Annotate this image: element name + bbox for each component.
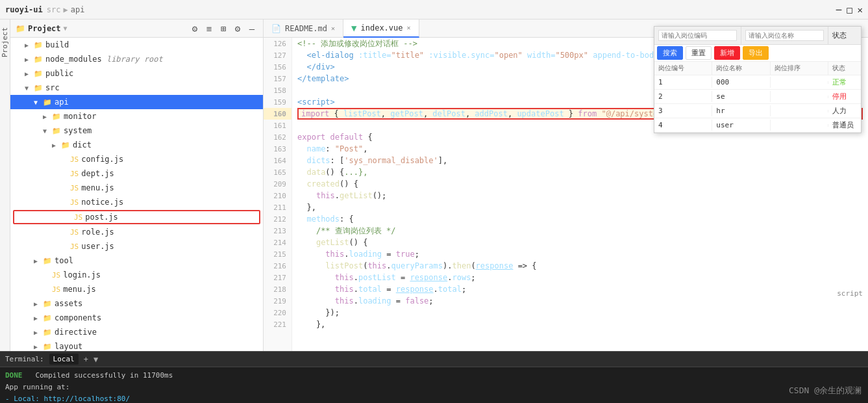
tree-item-menu-js[interactable]: JS menu.js (10, 181, 263, 195)
window-maximize[interactable]: □ (847, 5, 852, 15)
tree-item-api[interactable]: ▼ 📁 api (10, 95, 263, 109)
dropdown-arrow: ▼ (64, 25, 68, 32)
side-tab-panel: Project (0, 20, 10, 351)
code-line-221: }, (297, 318, 863, 330)
tree-item-components[interactable]: ▶ 📁 components (10, 311, 263, 325)
tab-index-vue[interactable]: ▼ index.vue ✕ (343, 20, 419, 38)
label-role-js: role.js (81, 228, 263, 237)
terminal-tab-local[interactable]: Local (49, 354, 79, 365)
top-bar: ruoyi-ui src ▶ api ─ □ ✕ (0, 0, 868, 20)
panel-title: 📁 Project ▼ (16, 24, 68, 33)
arrow-monitor: ▶ (43, 113, 52, 120)
tree-item-notice-js[interactable]: JS notice.js (10, 195, 263, 209)
export-button[interactable]: 导出 (743, 46, 769, 60)
ln-157: 157 (264, 73, 291, 84)
code-line-210: this . getList (); (297, 190, 863, 202)
fp-col-post-name (741, 27, 828, 44)
code-line-217: this . postList = response . rows ; (297, 272, 863, 283)
sort-icon[interactable]: ≡ (203, 23, 215, 34)
fp-td-name-4: user (712, 120, 770, 131)
close-panel-icon[interactable]: — (246, 23, 258, 34)
terminal-dropdown-btn[interactable]: ▼ (93, 355, 98, 364)
arrow-api: ▼ (34, 99, 43, 106)
top-bar-path: api (71, 5, 85, 14)
fp-row-3[interactable]: 3 hr 人力 (654, 104, 861, 118)
terminal-add-btn[interactable]: + (84, 355, 88, 364)
arrow-tool: ▶ (34, 257, 43, 265)
tree-item-assets[interactable]: ▶ 📁 assets (10, 296, 263, 311)
label-dept-js: dept.js (81, 169, 263, 178)
js-icon-menu2: JS (52, 285, 60, 294)
tree-item-layout[interactable]: ▶ 📁 layout (10, 339, 263, 351)
tree-item-public[interactable]: ▶ 📁 public (10, 66, 263, 81)
tree-item-role-js[interactable]: JS role.js (10, 225, 263, 239)
fp-row-1[interactable]: 1 000 正常 (654, 75, 861, 90)
line-numbers: 126 127 156 157 158 159 160 161 162 163 … (264, 38, 292, 351)
js-icon-dept: JS (70, 170, 79, 178)
label-api: api (55, 98, 263, 107)
tree-item-config-js[interactable]: JS config.js (10, 152, 263, 166)
arrow-public: ▶ (25, 70, 34, 77)
search-post-name[interactable] (745, 30, 824, 41)
tree-item-post-js[interactable]: JS post.js (13, 210, 260, 224)
tree-item-user-js[interactable]: JS user.js (10, 239, 263, 254)
terminal-app-line: App running at: (5, 382, 863, 393)
code-line-213: /** 查询岗位列表 */ (297, 225, 863, 237)
ln-156: 156 (264, 61, 291, 73)
js-icon-login: JS (52, 271, 60, 280)
label-assets: assets (55, 299, 263, 308)
tree-item-node-modules[interactable]: ▶ 📁 node_modules library root (10, 52, 263, 66)
tab-readme[interactable]: 📄 README.md ✕ (264, 20, 343, 38)
terminal-content: DONE Compiled successfully in 11700ms Ap… (0, 367, 868, 403)
reset-button[interactable]: 重置 (686, 46, 712, 60)
ln-216: 216 (264, 260, 291, 272)
fp-td-status-4: 普通员 (828, 119, 861, 131)
ln-211: 211 (264, 202, 291, 213)
label-login-js: login.js (63, 270, 263, 280)
code-line-220: }); (297, 307, 863, 318)
search-post-code[interactable] (658, 30, 737, 41)
tab-index-close[interactable]: ✕ (407, 24, 411, 31)
tree-item-login-js[interactable]: JS login.js (10, 268, 263, 282)
tree-item-tool[interactable]: ▶ 📁 tool (10, 254, 263, 268)
terminal-done-line: DONE Compiled successfully in 11700ms (5, 370, 863, 382)
tree-item-dept-js[interactable]: JS dept.js (10, 166, 263, 181)
search-button[interactable]: 搜索 (657, 46, 683, 60)
label-system: system (64, 126, 263, 135)
tree-item-build[interactable]: ▶ 📁 build (10, 38, 263, 52)
js-icon-user: JS (70, 242, 79, 251)
fp-row-4[interactable]: 4 user 普通员 (654, 118, 861, 133)
side-tab-project[interactable]: Project (0, 25, 10, 60)
gear-icon[interactable]: ⚙ (189, 23, 201, 34)
label-layout: layout (55, 342, 263, 351)
arrow-directive: ▶ (34, 329, 43, 336)
done-text: DONE (5, 371, 23, 380)
fp-col-post-code (654, 27, 741, 44)
tab-readme-close[interactable]: ✕ (331, 25, 335, 32)
add-button[interactable]: 新增 (714, 46, 740, 60)
window-minimize[interactable]: ─ (836, 5, 841, 15)
tree-item-monitor[interactable]: ▶ 📁 monitor (10, 109, 263, 124)
label-components: components (55, 313, 263, 322)
tree-item-system[interactable]: ▼ 📁 system (10, 124, 263, 138)
window-close[interactable]: ✕ (858, 5, 863, 15)
floating-panel: 状态 搜索 重置 新增 导出 岗位编号 岗位名称 岗位排序 状态 1 000 正… (654, 26, 862, 133)
tree-item-src[interactable]: ▼ 📁 src (10, 81, 263, 95)
tree-item-menu2-js[interactable]: JS menu.js (10, 282, 263, 296)
tree-item-directive[interactable]: ▶ 📁 directive (10, 325, 263, 339)
label-user-js: user.js (81, 242, 263, 251)
fp-row-2[interactable]: 2 se 停用 (654, 90, 861, 104)
ln-127: 127 (264, 49, 291, 61)
folder-icon-public: 📁 (34, 70, 43, 78)
fp-td-id-2: 2 (654, 91, 712, 102)
fp-table-header: 岗位编号 岗位名称 岗位排序 状态 (654, 62, 861, 75)
tree-item-dict[interactable]: ▶ 📁 dict (10, 138, 263, 152)
settings-icon[interactable]: ⚙ (232, 23, 243, 34)
layout-icon[interactable]: ⊞ (217, 23, 229, 34)
fp-th-order: 岗位排序 (771, 62, 828, 75)
fp-td-order-1 (771, 81, 828, 84)
code-line-216: listPost ( this . queryParams ). then ( … (297, 260, 863, 272)
fp-td-status-2: 停用 (828, 90, 861, 103)
code-line-218: this . total = response . total ; (297, 283, 863, 295)
js-icon-notice: JS (70, 198, 79, 207)
